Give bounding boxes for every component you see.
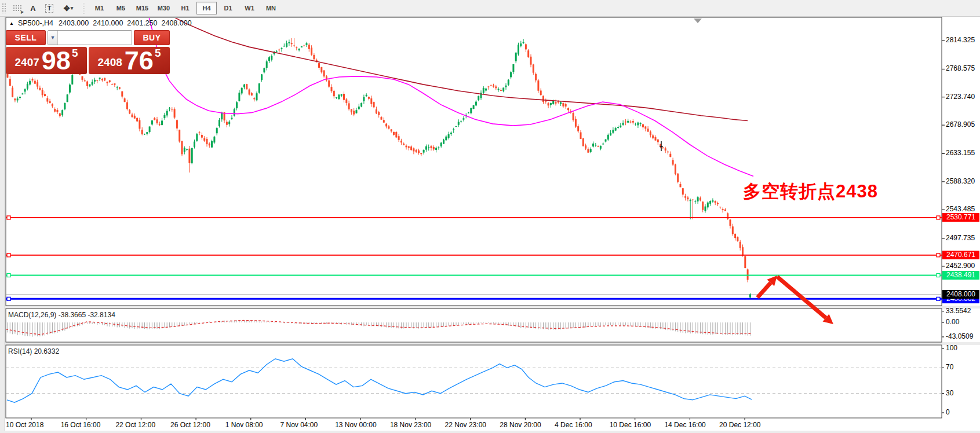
macd-values: -38.3665 -32.8134 [59, 311, 115, 319]
tf-button-MN[interactable]: MN [261, 2, 281, 14]
rsi-header: RSI(14) 20.6332 [8, 347, 59, 355]
rsi-label: RSI(14) [8, 347, 32, 355]
grid-f-icon: F [13, 5, 21, 12]
y-axis-label: 2723.740 [946, 93, 975, 101]
rsi-axis-label: 0 [946, 408, 950, 416]
arrow-tools-icon: ✥ [64, 4, 70, 13]
rsi-axis-label: 100 [946, 344, 957, 352]
letter-a-icon[interactable]: A [25, 1, 41, 15]
sell-price-pipette: 5 [72, 47, 78, 60]
price-level-badge: 2438.491 [942, 271, 979, 280]
open-value: 2403.000 [59, 19, 89, 27]
rsi-axis-label: 30 [946, 389, 953, 397]
buy-price-pipette: 5 [155, 47, 161, 60]
y-axis-label: 2497.735 [946, 234, 975, 242]
sell-price-integer: 2407 [15, 56, 39, 69]
volume-spinner: ▼ ▲ [48, 30, 132, 45]
volume-decrease-button[interactable]: ▼ [48, 31, 58, 45]
tf-button-M5[interactable]: M5 [111, 2, 131, 14]
tf-button-W1[interactable]: W1 [239, 2, 260, 14]
text-tool-icon: T [45, 4, 54, 13]
tf-button-M1[interactable]: M1 [89, 2, 110, 14]
tf-button-H1[interactable]: H1 [175, 2, 195, 14]
y-axis-label: 2588.320 [946, 177, 975, 185]
macd-label: MACD(12,26,9) [8, 311, 56, 319]
x-axis-label: 10 Dec 16:00 [610, 421, 651, 429]
x-axis-label: 22 Nov 23:00 [445, 421, 486, 429]
window-left-edge [0, 16, 5, 433]
tf-button-H4[interactable]: H4 [196, 2, 217, 14]
grid-f-icon[interactable]: F [9, 1, 25, 15]
y-axis-label: 2678.905 [946, 120, 975, 129]
toolbar-separator [82, 2, 86, 14]
buy-price-pips: 76 [125, 49, 154, 72]
high-value: 2410.000 [93, 19, 123, 27]
arrow-tools-icon[interactable]: ✥ ▾ [57, 1, 79, 15]
macd-header: MACD(12,26,9) -38.3665 -32.8134 [8, 311, 115, 319]
volume-input[interactable] [58, 31, 132, 45]
macd-axis-label: 0.00 [946, 318, 959, 326]
x-axis-label: 26 Oct 12:00 [170, 421, 210, 429]
symbol-period-label: SP500-,H4 [18, 19, 53, 27]
sell-price-quote[interactable]: 2407 98 5 [6, 47, 87, 74]
rsi-value: 20.6332 [34, 347, 59, 355]
x-axis-label: 18 Nov 23:00 [390, 421, 431, 429]
rsi-axis-label: 70 [946, 363, 953, 371]
chart-title: ▲ SP500-,H4 2403.000 2410.000 2401.250 2… [9, 19, 192, 27]
x-axis-label: 4 Dec 16:00 [555, 421, 592, 429]
macd-axis-label: 33.5542 [946, 307, 971, 315]
x-axis-label: 1 Nov 08:00 [225, 421, 263, 429]
macd-axis-label: -43.0509 [946, 332, 973, 340]
price-level-badge: 2530.771 [942, 213, 979, 222]
text-tool-icon[interactable]: T [41, 1, 57, 15]
x-axis-label: 7 Nov 04:00 [280, 421, 318, 429]
y-axis-label: 2814.325 [946, 36, 975, 44]
sell-price-pips: 98 [42, 49, 71, 72]
x-axis-label: 16 Oct 16:00 [61, 421, 101, 429]
chevron-down-icon: ▾ [71, 5, 74, 11]
toolbar-drag-handle[interactable] [2, 3, 6, 13]
x-axis-label: 22 Oct 12:00 [115, 421, 155, 429]
chart-pane [6, 345, 942, 418]
current-price-badge: 2408.000 [942, 290, 979, 299]
close-value: 2408.000 [162, 19, 192, 27]
low-value: 2401.250 [127, 19, 157, 27]
x-axis-label: 10 Oct 2018 [6, 421, 43, 429]
one-click-trading-panel: SELL ▼ ▲ BUY 2407 98 5 2408 76 5 [6, 30, 170, 74]
turning-point-annotation: 多空转折点2438 [743, 179, 878, 204]
buy-price-quote[interactable]: 2408 76 5 [89, 47, 170, 74]
sell-button[interactable]: SELL [6, 30, 46, 45]
x-axis-label: 20 Dec 12:00 [719, 421, 760, 429]
buy-button[interactable]: BUY [134, 30, 170, 45]
y-axis-label: 2452.900 [946, 262, 975, 270]
timeframe-group: M1M5M15M30H1H4D1W1MN [89, 2, 282, 14]
letter-a-icon: A [30, 4, 35, 13]
tf-button-D1[interactable]: D1 [218, 2, 238, 14]
mt4-terminal: F A T ✥ ▾ M1M5M15M30H1H4D1W1MN ▲ SP500-,… [0, 0, 980, 433]
x-axis-label: 14 Dec 16:00 [664, 421, 705, 429]
x-axis-label: 28 Nov 20:00 [500, 421, 541, 429]
toolbar: F A T ✥ ▾ M1M5M15M30H1H4D1W1MN [0, 0, 980, 17]
tf-button-M15[interactable]: M15 [132, 2, 152, 14]
y-axis-label: 2543.485 [946, 205, 975, 213]
window-bottom-edge [0, 431, 980, 433]
y-axis-label: 2768.575 [946, 64, 975, 72]
tf-button-M30[interactable]: M30 [154, 2, 174, 14]
collapse-icon[interactable]: ▲ [9, 21, 14, 26]
buy-price-integer: 2408 [98, 56, 122, 69]
price-level-badge: 2470.671 [942, 251, 979, 259]
chart-pane [6, 309, 942, 342]
y-axis-label: 2633.155 [946, 149, 975, 157]
x-axis-label: 13 Nov 00:00 [335, 421, 376, 429]
